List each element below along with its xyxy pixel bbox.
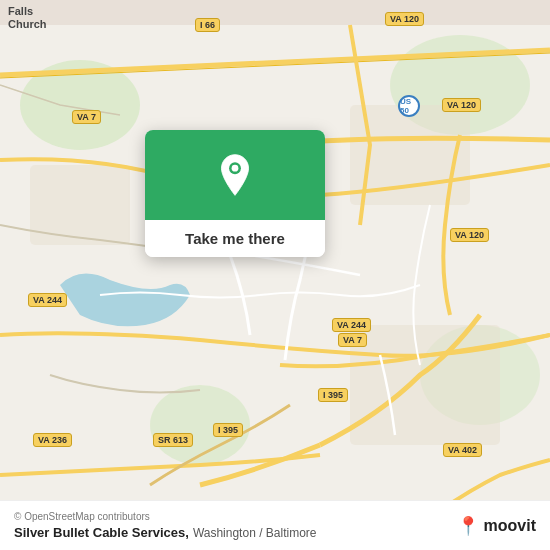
road-label-i66: I 66 [195,18,220,32]
moovit-logo: 📍 moovit [457,515,536,537]
business-name: Silver Bullet Cable Services, [14,525,189,540]
road-label-va402: VA 402 [443,443,482,457]
take-me-there-button[interactable]: Take me there [145,220,325,257]
road-label-va7-top: VA 7 [72,110,101,124]
map-container: I 66 VA 7 VA 120 VA 120 VA 120 VA 244 VA… [0,0,550,550]
bottom-bar: © OpenStreetMap contributors Silver Bull… [0,500,550,550]
road-label-va120-mid: VA 120 [442,98,481,112]
road-label-i395-right: I 395 [213,423,243,437]
bottom-left-info: © OpenStreetMap contributors Silver Bull… [14,511,316,540]
road-label-va236: VA 236 [33,433,72,447]
road-label-va7-low: VA 7 [338,333,367,347]
road-label-sr613: SR 613 [153,433,193,447]
map-svg [0,0,550,550]
place-label-falls-church: FallsChurch [8,5,47,31]
popup-green-area [145,130,325,220]
road-label-va244-mid: VA 244 [332,318,371,332]
popup-card: Take me there [145,130,325,257]
road-label-va120-top: VA 120 [385,12,424,26]
region-name: Washington / Baltimore [193,526,317,540]
moovit-text: moovit [484,517,536,535]
svg-rect-7 [350,325,500,445]
road-label-i395-low: I 395 [318,388,348,402]
road-label-us50: US 50 [398,95,420,117]
road-label-va120-low: VA 120 [450,228,489,242]
road-label-va244-left: VA 244 [28,293,67,307]
svg-point-11 [232,165,239,172]
location-pin-icon [213,153,257,197]
attribution-text: © OpenStreetMap contributors [14,511,316,522]
moovit-pin-icon: 📍 [457,515,479,537]
